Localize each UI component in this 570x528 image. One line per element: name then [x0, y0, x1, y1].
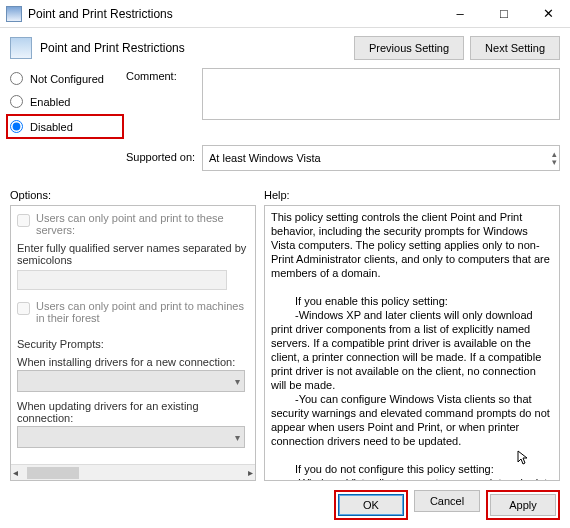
- option-update-label: When updating drivers for an existing co…: [17, 400, 249, 424]
- state-radio-group: Not Configured Enabled Disabled: [10, 68, 120, 135]
- help-enable-bullet-1: -Windows XP and later clients will only …: [271, 308, 553, 392]
- radio-enabled[interactable]: Enabled: [10, 95, 120, 108]
- supported-on-label: Supported on:: [126, 149, 196, 163]
- header: Point and Print Restrictions Previous Se…: [0, 28, 570, 64]
- options-label: Options:: [10, 189, 256, 201]
- previous-setting-button[interactable]: Previous Setting: [354, 36, 464, 60]
- close-button[interactable]: ✕: [526, 0, 570, 28]
- radio-disabled-input[interactable]: [10, 120, 23, 133]
- help-label: Help:: [264, 189, 560, 201]
- ok-highlight: OK: [334, 490, 408, 520]
- dialog-footer: OK Cancel Apply: [0, 482, 570, 528]
- option-servers-checkbox[interactable]: [17, 214, 30, 227]
- scroll-left-icon: ◂: [13, 467, 18, 478]
- app-icon: [6, 6, 22, 22]
- scroll-right-icon: ▸: [248, 467, 253, 478]
- radio-enabled-input[interactable]: [10, 95, 23, 108]
- ok-button[interactable]: OK: [338, 494, 404, 516]
- help-panel[interactable]: This policy setting controls the client …: [264, 205, 560, 481]
- option-servers-input[interactable]: [17, 270, 227, 290]
- title-bar: Point and Print Restrictions – □ ✕: [0, 0, 570, 28]
- chevron-down-icon: ▾: [235, 376, 240, 387]
- radio-disabled[interactable]: Disabled: [10, 120, 118, 133]
- option-servers-checkbox-row[interactable]: Users can only point and print to these …: [17, 212, 249, 236]
- comment-input[interactable]: [202, 68, 560, 120]
- supported-on-field: At least Windows Vista ▴ ▾: [202, 145, 560, 171]
- policy-icon: [10, 37, 32, 59]
- help-enable-heading: If you enable this policy setting:: [271, 294, 553, 308]
- maximize-button[interactable]: □: [482, 0, 526, 28]
- radio-not-configured[interactable]: Not Configured: [10, 72, 120, 85]
- radio-not-configured-input[interactable]: [10, 72, 23, 85]
- apply-highlight: Apply: [486, 490, 560, 520]
- radio-disabled-label: Disabled: [30, 121, 73, 133]
- option-forest-checkbox-row[interactable]: Users can only point and print to machin…: [17, 300, 249, 324]
- cancel-button[interactable]: Cancel: [414, 490, 480, 512]
- scroll-thumb[interactable]: [27, 467, 79, 479]
- next-setting-button[interactable]: Next Setting: [470, 36, 560, 60]
- help-noconfig-bullet-1: -Windows Vista client computers can poin…: [271, 476, 553, 481]
- option-servers-hint: Enter fully qualified server names separ…: [17, 242, 249, 266]
- apply-button[interactable]: Apply: [490, 494, 556, 516]
- radio-enabled-label: Enabled: [30, 96, 70, 108]
- minimize-button[interactable]: –: [438, 0, 482, 28]
- option-install-select[interactable]: ▾: [17, 370, 245, 392]
- supported-on-text: At least Windows Vista: [209, 152, 321, 164]
- radio-not-configured-label: Not Configured: [30, 73, 104, 85]
- option-install-label: When installing drivers for a new connec…: [17, 356, 249, 368]
- disabled-highlight: Disabled: [6, 114, 124, 139]
- comment-label: Comment:: [126, 68, 196, 82]
- security-prompts-heading: Security Prompts:: [17, 338, 249, 350]
- policy-title: Point and Print Restrictions: [40, 41, 185, 55]
- help-paragraph: This policy setting controls the client …: [271, 210, 553, 280]
- chevron-down-icon: ▾: [552, 158, 557, 166]
- help-noconfig-heading: If you do not configure this policy sett…: [271, 462, 553, 476]
- option-forest-label: Users can only point and print to machin…: [36, 300, 249, 324]
- help-enable-bullet-2: -You can configure Windows Vista clients…: [271, 392, 553, 448]
- window-title: Point and Print Restrictions: [28, 7, 173, 21]
- option-servers-label: Users can only point and print to these …: [36, 212, 249, 236]
- supported-on-scroll[interactable]: ▴ ▾: [552, 150, 557, 166]
- options-horizontal-scrollbar[interactable]: ◂ ▸: [11, 464, 255, 480]
- option-forest-checkbox[interactable]: [17, 302, 30, 315]
- option-update-select[interactable]: ▾: [17, 426, 245, 448]
- options-panel: Users can only point and print to these …: [10, 205, 256, 481]
- chevron-down-icon: ▾: [235, 432, 240, 443]
